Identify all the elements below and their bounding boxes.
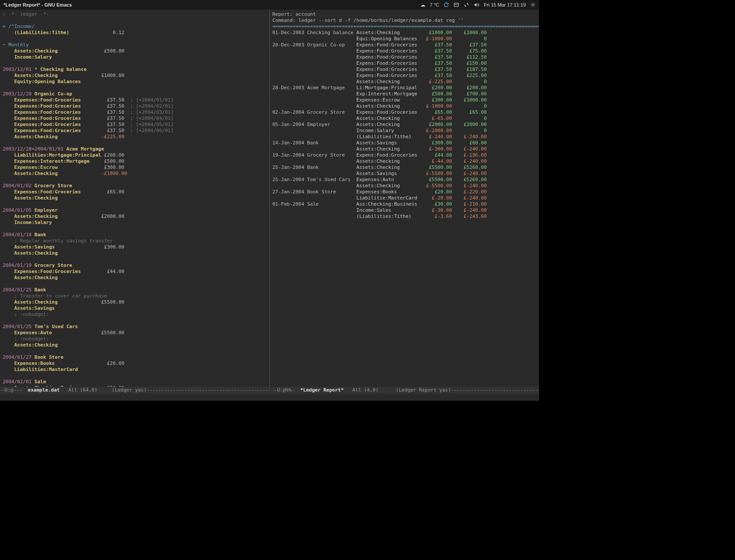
- periodic-txn: ~ Monthly: [3, 42, 29, 48]
- posting-account: Equity:Opening Balances: [14, 79, 102, 84]
- report-title: Report: account: [273, 11, 316, 17]
- posting-account: Expenses:Food:Groceries: [14, 122, 102, 127]
- register-amount: £44.00: [423, 152, 452, 158]
- register-amount: £37.50: [423, 48, 452, 54]
- register-amount: £-30.00: [423, 207, 452, 213]
- posting-amount: -£1000.00: [101, 171, 127, 176]
- register-account: Li:Mortgage:Principal: [357, 85, 420, 91]
- txn-payee: Organic Co-op: [35, 91, 72, 97]
- posting-account: Assets:Checking: [14, 342, 102, 348]
- register-balance: £-240.00: [458, 158, 486, 164]
- posting-account: Expenses:Food:Groceries: [14, 103, 102, 109]
- posting-account: Expenses:Food:Groceries: [14, 189, 102, 195]
- register-amount: £-65.00: [423, 116, 452, 121]
- posting-account: Assets:Checking: [14, 73, 102, 78]
- register-amount: £2000.00: [423, 122, 452, 127]
- register-balance: 0: [458, 128, 486, 133]
- register-balance: 0: [458, 36, 486, 42]
- refresh-icon[interactable]: [444, 2, 449, 7]
- register-amount: £37.50: [423, 54, 452, 60]
- register-amount: £300.00: [423, 140, 452, 146]
- register-amount: £5500.00: [423, 177, 452, 182]
- posting-amount: £37.50: [101, 109, 124, 115]
- register-balance: £112.50: [458, 54, 486, 60]
- posting-amount: [101, 220, 124, 225]
- volume-icon[interactable]: [473, 2, 480, 7]
- posting-amount: -£225.00: [101, 134, 124, 140]
- posting-amount: £2000.00: [101, 214, 124, 219]
- posting-account: Expenses:Food:Groceries: [14, 109, 102, 115]
- register-balance: £-243.60: [458, 214, 486, 219]
- register-account: Expenses:Auto: [357, 177, 420, 182]
- mail-icon[interactable]: [453, 2, 459, 7]
- register-balance: £225.00: [458, 73, 486, 78]
- register-amount: £500.00: [423, 91, 452, 97]
- txn-payee: Bank: [35, 232, 46, 238]
- txn-payee: Bank: [35, 287, 46, 293]
- posting-account: Assets:Checking: [14, 275, 102, 280]
- posting-account: Assets:Checking: [14, 195, 102, 201]
- register-account: Expens:Food:Groceries: [357, 73, 420, 78]
- mode-comment: ; -*- ledger -*-: [3, 11, 49, 17]
- register-balance: £-196.00: [458, 152, 486, 158]
- automated-txn: = /^Income/: [3, 24, 35, 29]
- register-balance: £37.50: [458, 42, 486, 48]
- register-amount: £-1000.00: [423, 103, 452, 109]
- posting-amount: [101, 342, 124, 348]
- clock-text: Fri 15 Mar 17:11:19: [484, 2, 526, 7]
- posting-account: Expenses:Food:Groceries: [14, 128, 102, 133]
- weather-icon: ☁: [420, 2, 425, 8]
- posting-account: Assets:Checking: [14, 171, 102, 176]
- register-amount: £-5500.00: [423, 171, 452, 176]
- register-amount: £300.00: [423, 97, 452, 103]
- register-account: Income:Salary: [357, 128, 420, 133]
- register-account: (Liabilities:Tithe): [357, 214, 420, 219]
- register-amount: £5500.00: [423, 164, 452, 170]
- minibuffer[interactable]: [0, 394, 539, 401]
- register-account: Exp:Interest:Mortgage: [357, 91, 420, 97]
- register-amount: £200.00: [423, 85, 452, 91]
- register-account: Equi:Opening Balances: [357, 36, 420, 42]
- posting-amount: £5500.00: [101, 330, 124, 336]
- register-account: Liabilitie:MasterCard: [357, 195, 420, 201]
- register-balance: £2000.00: [458, 122, 486, 127]
- register-amount: £20.00: [423, 189, 452, 195]
- register-account: Expens:Food:Groceries: [357, 109, 420, 115]
- register-amount: £37.50: [423, 60, 452, 66]
- ledger-source-buffer[interactable]: ; -*- ledger -*- = /^Income/ (Liabilitie…: [0, 10, 270, 387]
- register-balance: £150.00: [458, 60, 486, 66]
- txn-payee: Grocery Store: [35, 183, 72, 189]
- register-balance: £-240.00: [458, 134, 486, 140]
- register-account: Assets:Checking: [357, 79, 420, 84]
- settings-icon[interactable]: [530, 2, 536, 7]
- txn-date: 2004/01/25: [3, 287, 32, 293]
- ledger-report-buffer[interactable]: Report: account Command: ledger --sort d…: [270, 10, 539, 387]
- posting-account: Expenses:Food:Groceries: [14, 97, 102, 103]
- register-account: Assets:Checking: [357, 122, 420, 127]
- txn-date: 2003/12/01: [3, 66, 32, 72]
- register-balance: £187.50: [458, 66, 486, 72]
- txn-date: 2004/01/19: [3, 262, 32, 268]
- txn-date: 2003/12/28=2004/01/01: [3, 146, 63, 152]
- register-account: Ass:Checking:Business: [357, 201, 420, 207]
- register-account: Expens:Food:Groceries: [357, 60, 420, 66]
- posting-amount: £37.50: [101, 122, 124, 127]
- posting-amount: £37.50: [101, 103, 124, 109]
- txn-date: 2004/01/05: [3, 207, 32, 213]
- posting-account: Assets:Checking: [14, 134, 102, 140]
- register-amount: £-225.00: [423, 79, 452, 84]
- register-balance: £65.00: [458, 109, 486, 115]
- register-amount: £-2000.00: [423, 128, 452, 133]
- register-account: Expens:Food:Groceries: [357, 66, 420, 72]
- posting-account: Expenses:Auto: [14, 330, 102, 336]
- register-account: Assets:Checking: [357, 30, 420, 35]
- register-amount: £37.50: [423, 73, 452, 78]
- posting-account: Liabilities:Mortgage:Principal: [14, 152, 102, 158]
- register-balance: £700.00: [458, 91, 486, 97]
- register-balance: 0: [458, 116, 486, 121]
- register-account: (Liabilities:Tithe): [357, 134, 420, 140]
- register-account: Expenses:Escrow: [357, 97, 420, 103]
- network-icon[interactable]: [464, 2, 469, 7]
- register-balance: £-240.00: [458, 207, 486, 213]
- register-account: Assets:Savings: [357, 140, 420, 146]
